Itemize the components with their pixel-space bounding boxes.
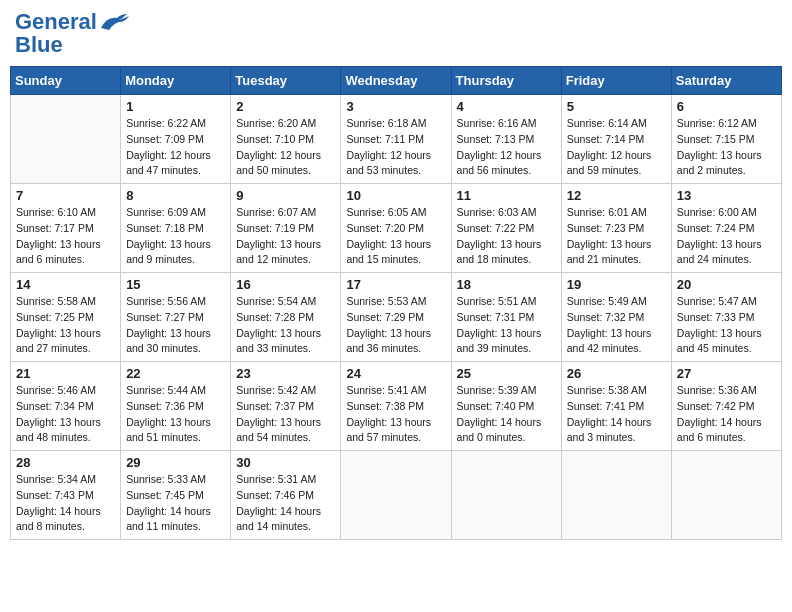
day-info: Sunrise: 5:31 AMSunset: 7:46 PMDaylight:… bbox=[236, 472, 335, 535]
day-info: Sunrise: 5:53 AMSunset: 7:29 PMDaylight:… bbox=[346, 294, 445, 357]
day-info: Sunrise: 6:01 AMSunset: 7:23 PMDaylight:… bbox=[567, 205, 666, 268]
calendar-cell: 12Sunrise: 6:01 AMSunset: 7:23 PMDayligh… bbox=[561, 184, 671, 273]
calendar-cell: 5Sunrise: 6:14 AMSunset: 7:14 PMDaylight… bbox=[561, 95, 671, 184]
day-number: 29 bbox=[126, 455, 225, 470]
day-number: 11 bbox=[457, 188, 556, 203]
calendar-cell: 17Sunrise: 5:53 AMSunset: 7:29 PMDayligh… bbox=[341, 273, 451, 362]
logo-text: General bbox=[15, 11, 97, 33]
calendar-cell: 7Sunrise: 6:10 AMSunset: 7:17 PMDaylight… bbox=[11, 184, 121, 273]
weekday-wednesday: Wednesday bbox=[341, 67, 451, 95]
calendar-cell: 18Sunrise: 5:51 AMSunset: 7:31 PMDayligh… bbox=[451, 273, 561, 362]
calendar-cell: 10Sunrise: 6:05 AMSunset: 7:20 PMDayligh… bbox=[341, 184, 451, 273]
day-info: Sunrise: 6:10 AMSunset: 7:17 PMDaylight:… bbox=[16, 205, 115, 268]
logo: General Blue bbox=[15, 10, 129, 56]
calendar-cell: 1Sunrise: 6:22 AMSunset: 7:09 PMDaylight… bbox=[121, 95, 231, 184]
day-number: 1 bbox=[126, 99, 225, 114]
calendar-cell: 16Sunrise: 5:54 AMSunset: 7:28 PMDayligh… bbox=[231, 273, 341, 362]
week-row-2: 14Sunrise: 5:58 AMSunset: 7:25 PMDayligh… bbox=[11, 273, 782, 362]
day-number: 24 bbox=[346, 366, 445, 381]
day-number: 27 bbox=[677, 366, 776, 381]
day-number: 20 bbox=[677, 277, 776, 292]
calendar-cell: 23Sunrise: 5:42 AMSunset: 7:37 PMDayligh… bbox=[231, 362, 341, 451]
calendar-cell bbox=[11, 95, 121, 184]
calendar-cell: 20Sunrise: 5:47 AMSunset: 7:33 PMDayligh… bbox=[671, 273, 781, 362]
calendar-cell: 30Sunrise: 5:31 AMSunset: 7:46 PMDayligh… bbox=[231, 451, 341, 540]
weekday-monday: Monday bbox=[121, 67, 231, 95]
calendar-cell: 29Sunrise: 5:33 AMSunset: 7:45 PMDayligh… bbox=[121, 451, 231, 540]
day-number: 23 bbox=[236, 366, 335, 381]
day-info: Sunrise: 5:44 AMSunset: 7:36 PMDaylight:… bbox=[126, 383, 225, 446]
calendar-cell bbox=[341, 451, 451, 540]
logo-text-blue: Blue bbox=[15, 34, 129, 56]
day-info: Sunrise: 5:39 AMSunset: 7:40 PMDaylight:… bbox=[457, 383, 556, 446]
calendar-cell: 25Sunrise: 5:39 AMSunset: 7:40 PMDayligh… bbox=[451, 362, 561, 451]
day-number: 25 bbox=[457, 366, 556, 381]
day-number: 14 bbox=[16, 277, 115, 292]
calendar-cell: 26Sunrise: 5:38 AMSunset: 7:41 PMDayligh… bbox=[561, 362, 671, 451]
day-number: 30 bbox=[236, 455, 335, 470]
day-info: Sunrise: 5:58 AMSunset: 7:25 PMDaylight:… bbox=[16, 294, 115, 357]
day-number: 3 bbox=[346, 99, 445, 114]
calendar-cell: 27Sunrise: 5:36 AMSunset: 7:42 PMDayligh… bbox=[671, 362, 781, 451]
day-info: Sunrise: 5:38 AMSunset: 7:41 PMDaylight:… bbox=[567, 383, 666, 446]
logo-icon bbox=[99, 10, 129, 34]
calendar-table: SundayMondayTuesdayWednesdayThursdayFrid… bbox=[10, 66, 782, 540]
week-row-3: 21Sunrise: 5:46 AMSunset: 7:34 PMDayligh… bbox=[11, 362, 782, 451]
weekday-friday: Friday bbox=[561, 67, 671, 95]
day-info: Sunrise: 6:05 AMSunset: 7:20 PMDaylight:… bbox=[346, 205, 445, 268]
day-info: Sunrise: 5:33 AMSunset: 7:45 PMDaylight:… bbox=[126, 472, 225, 535]
day-number: 5 bbox=[567, 99, 666, 114]
day-number: 7 bbox=[16, 188, 115, 203]
calendar-cell: 3Sunrise: 6:18 AMSunset: 7:11 PMDaylight… bbox=[341, 95, 451, 184]
day-info: Sunrise: 6:16 AMSunset: 7:13 PMDaylight:… bbox=[457, 116, 556, 179]
week-row-4: 28Sunrise: 5:34 AMSunset: 7:43 PMDayligh… bbox=[11, 451, 782, 540]
day-info: Sunrise: 5:34 AMSunset: 7:43 PMDaylight:… bbox=[16, 472, 115, 535]
day-number: 18 bbox=[457, 277, 556, 292]
day-number: 9 bbox=[236, 188, 335, 203]
day-number: 6 bbox=[677, 99, 776, 114]
day-info: Sunrise: 5:49 AMSunset: 7:32 PMDaylight:… bbox=[567, 294, 666, 357]
calendar-cell bbox=[561, 451, 671, 540]
day-info: Sunrise: 5:42 AMSunset: 7:37 PMDaylight:… bbox=[236, 383, 335, 446]
calendar-cell bbox=[451, 451, 561, 540]
day-number: 19 bbox=[567, 277, 666, 292]
week-row-1: 7Sunrise: 6:10 AMSunset: 7:17 PMDaylight… bbox=[11, 184, 782, 273]
day-info: Sunrise: 6:20 AMSunset: 7:10 PMDaylight:… bbox=[236, 116, 335, 179]
day-info: Sunrise: 5:46 AMSunset: 7:34 PMDaylight:… bbox=[16, 383, 115, 446]
day-info: Sunrise: 6:14 AMSunset: 7:14 PMDaylight:… bbox=[567, 116, 666, 179]
page-header: General Blue bbox=[10, 10, 782, 56]
day-number: 21 bbox=[16, 366, 115, 381]
calendar-cell bbox=[671, 451, 781, 540]
weekday-sunday: Sunday bbox=[11, 67, 121, 95]
day-number: 8 bbox=[126, 188, 225, 203]
calendar-cell: 15Sunrise: 5:56 AMSunset: 7:27 PMDayligh… bbox=[121, 273, 231, 362]
calendar-cell: 14Sunrise: 5:58 AMSunset: 7:25 PMDayligh… bbox=[11, 273, 121, 362]
day-number: 16 bbox=[236, 277, 335, 292]
calendar-cell: 4Sunrise: 6:16 AMSunset: 7:13 PMDaylight… bbox=[451, 95, 561, 184]
weekday-header-row: SundayMondayTuesdayWednesdayThursdayFrid… bbox=[11, 67, 782, 95]
day-info: Sunrise: 5:41 AMSunset: 7:38 PMDaylight:… bbox=[346, 383, 445, 446]
day-number: 26 bbox=[567, 366, 666, 381]
calendar-cell: 2Sunrise: 6:20 AMSunset: 7:10 PMDaylight… bbox=[231, 95, 341, 184]
day-info: Sunrise: 5:56 AMSunset: 7:27 PMDaylight:… bbox=[126, 294, 225, 357]
day-info: Sunrise: 5:47 AMSunset: 7:33 PMDaylight:… bbox=[677, 294, 776, 357]
day-number: 2 bbox=[236, 99, 335, 114]
day-info: Sunrise: 6:09 AMSunset: 7:18 PMDaylight:… bbox=[126, 205, 225, 268]
weekday-tuesday: Tuesday bbox=[231, 67, 341, 95]
day-info: Sunrise: 5:54 AMSunset: 7:28 PMDaylight:… bbox=[236, 294, 335, 357]
day-number: 28 bbox=[16, 455, 115, 470]
day-number: 4 bbox=[457, 99, 556, 114]
day-number: 22 bbox=[126, 366, 225, 381]
day-number: 12 bbox=[567, 188, 666, 203]
calendar-cell: 21Sunrise: 5:46 AMSunset: 7:34 PMDayligh… bbox=[11, 362, 121, 451]
day-info: Sunrise: 6:07 AMSunset: 7:19 PMDaylight:… bbox=[236, 205, 335, 268]
day-number: 15 bbox=[126, 277, 225, 292]
week-row-0: 1Sunrise: 6:22 AMSunset: 7:09 PMDaylight… bbox=[11, 95, 782, 184]
calendar-body: 1Sunrise: 6:22 AMSunset: 7:09 PMDaylight… bbox=[11, 95, 782, 540]
calendar-cell: 19Sunrise: 5:49 AMSunset: 7:32 PMDayligh… bbox=[561, 273, 671, 362]
calendar-cell: 6Sunrise: 6:12 AMSunset: 7:15 PMDaylight… bbox=[671, 95, 781, 184]
day-info: Sunrise: 6:03 AMSunset: 7:22 PMDaylight:… bbox=[457, 205, 556, 268]
calendar-cell: 11Sunrise: 6:03 AMSunset: 7:22 PMDayligh… bbox=[451, 184, 561, 273]
day-info: Sunrise: 6:22 AMSunset: 7:09 PMDaylight:… bbox=[126, 116, 225, 179]
calendar-cell: 8Sunrise: 6:09 AMSunset: 7:18 PMDaylight… bbox=[121, 184, 231, 273]
